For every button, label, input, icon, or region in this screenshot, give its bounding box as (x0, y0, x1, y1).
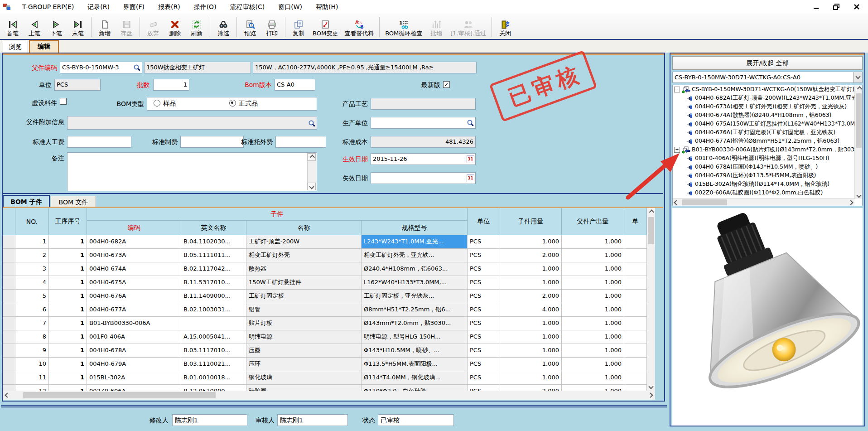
table-cell[interactable]: 004H0-673A (87, 249, 181, 262)
bom-type-option-formal[interactable]: 正式品 (229, 100, 258, 108)
table-cell[interactable]: 3 (15, 262, 49, 276)
toolbar-button-筛选[interactable]: 筛选 (213, 18, 234, 38)
table-cell[interactable]: 工矿灯固定板 (246, 290, 362, 303)
column-header-NO.[interactable]: NO. (15, 208, 49, 235)
column-header-gutter[interactable] (3, 208, 15, 235)
table-cell[interactable]: 4.000 (500, 303, 562, 317)
scroll-right-icon[interactable] (646, 391, 655, 400)
table-cell[interactable]: 1.000 (562, 385, 624, 391)
toolbar-button-复制[interactable]: 复制 (288, 18, 309, 38)
table-cell[interactable]: 015BL-302A (87, 371, 181, 385)
effective-date-field[interactable]: 2015-11-26 31 (371, 153, 476, 165)
table-cell[interactable]: 4 (15, 276, 49, 290)
table-cell[interactable]: 1 (49, 303, 87, 317)
table-cell[interactable]: A.15.0005041... (181, 330, 246, 344)
table-cell[interactable]: B.02.1117042... (181, 262, 246, 276)
menu-item-3[interactable]: 报表(R) (151, 0, 187, 14)
tab-edit[interactable]: 编辑 (29, 40, 59, 53)
table-cell[interactable]: 1.000 (562, 344, 624, 358)
table-cell[interactable]: L162*W40*H133*T3.0MM,... (362, 276, 468, 290)
expand-icon[interactable]: + (674, 147, 680, 153)
table-cell[interactable]: PCS (468, 330, 500, 344)
menu-item-5[interactable]: 流程审核(C) (223, 0, 272, 14)
table-cell[interactable]: 明纬电源，型号HLG-150H... (362, 330, 468, 344)
scroll-left-icon[interactable] (3, 391, 12, 400)
table-cell[interactable]: 004H0-682A (87, 235, 181, 249)
calendar-icon[interactable]: 31 (467, 155, 474, 163)
table-cell[interactable]: 1.000 (500, 235, 562, 249)
tree-item[interactable]: 004H0-674A(散热器)(Ø240.4*H108mm，铝6063) (673, 111, 854, 120)
virtual-part-checkbox[interactable] (60, 98, 67, 105)
table-cell[interactable]: 1.000 (500, 371, 562, 385)
table-cell[interactable]: PCS (468, 262, 500, 276)
expire-date-field[interactable]: 31 (371, 172, 476, 184)
table-cell[interactable] (624, 290, 647, 303)
table-cell[interactable]: 1 (49, 276, 87, 290)
toolbar-button-新增[interactable]: 新增 (94, 18, 115, 38)
close-button[interactable] (854, 4, 860, 10)
table-cell[interactable] (624, 358, 647, 371)
magnifier-icon[interactable] (132, 63, 141, 73)
table-cell[interactable]: PCS (468, 303, 500, 317)
table-cell[interactable]: 硅胶圈 (246, 385, 362, 391)
tree-hscrollbar[interactable] (673, 198, 854, 206)
table-cell[interactable]: 贴片灯板 (246, 317, 362, 330)
table-cell[interactable]: Φ113.5*H5MM,表面阳极... (362, 358, 468, 371)
table-cell[interactable] (3, 262, 15, 276)
table-cell[interactable]: B01-BYB00330-006A (87, 317, 181, 330)
table-cell[interactable]: L243*W243*T1.0MM.亚光... (362, 235, 468, 249)
toolbar-button-查看替代料[interactable]: AB查看替代料 (342, 18, 376, 38)
toolbar-button-下笔[interactable]: 下笔 (46, 18, 67, 38)
tree-item[interactable]: 004H0-676A(工矿灯固定板)(工矿灯固定板，亚光铁灰) (673, 128, 854, 137)
table-cell[interactable] (3, 358, 15, 371)
table-cell[interactable] (624, 235, 647, 249)
tree-item[interactable]: 015BL-302A(钢化玻璃)(Ø114*T4.0MM，钢化玻璃) (673, 180, 854, 189)
table-cell[interactable]: B.12.0510000... (181, 385, 246, 391)
tab-bom-children[interactable]: BOM 子件 (3, 195, 50, 208)
table-cell[interactable] (3, 385, 15, 391)
bom-type-option-sample[interactable]: 样品 (154, 100, 176, 108)
table-cell[interactable]: 1 (49, 317, 87, 330)
table-cell[interactable]: 1 (49, 371, 87, 385)
table-cell[interactable] (624, 317, 647, 330)
table-cell[interactable]: 1 (49, 290, 87, 303)
table-cell[interactable]: 压圈 (246, 344, 362, 358)
table-cell[interactable]: 1.000 (500, 344, 562, 358)
menu-item-2[interactable]: 界面(F) (116, 0, 151, 14)
table-cell[interactable]: Ø240.4*H108mm，铝6063... (362, 262, 468, 276)
table-cell[interactable]: 1 (49, 358, 87, 371)
table-cell[interactable] (3, 303, 15, 317)
table-cell[interactable]: 12 (15, 385, 49, 391)
column-header-工序序号[interactable]: 工序序号 (49, 208, 87, 235)
table-cell[interactable]: 1.000 (500, 317, 562, 330)
table-cell[interactable] (3, 371, 15, 385)
magnifier-icon[interactable] (466, 118, 475, 128)
table-cell[interactable]: 1.000 (562, 358, 624, 371)
table-cell[interactable]: 压环 (246, 358, 362, 371)
column-header-单位[interactable]: 单位 (468, 208, 500, 235)
parent-code-field[interactable]: CS-BYB-0-150MW-3 (60, 62, 142, 73)
table-cell[interactable]: 2 (15, 249, 49, 262)
table-cell[interactable]: 1.000 (500, 262, 562, 276)
table-cell[interactable] (624, 344, 647, 358)
column-header-子件[interactable]: 子件 (87, 208, 468, 221)
tree-item[interactable]: 004H0-673A(相变工矿灯外壳)(相变工矿灯外壳，亚光铁灰) (673, 102, 854, 111)
scroll-down-icon[interactable] (308, 183, 316, 190)
table-cell[interactable]: 明纬电源 (246, 330, 362, 344)
table-cell[interactable]: B.05.1111011... (181, 249, 246, 262)
collapse-icon[interactable]: − (674, 87, 680, 92)
table-cell[interactable] (181, 317, 246, 330)
table-cell[interactable]: 1.000 (562, 249, 624, 262)
table-cell[interactable]: B.03.1110021... (181, 358, 246, 371)
table-cell[interactable] (3, 344, 15, 358)
column-header-规格型号[interactable]: 规格型号 (362, 221, 468, 235)
tree-item[interactable]: 004H0-679A(压环)(Φ113.5*H5MM,表面阳极) (673, 171, 854, 180)
tree-item[interactable]: +B01-BYB00330-006A(贴片灯板)(Ø143mm*T2.0mm，贴… (673, 145, 854, 154)
tab-browse[interactable]: 浏览 (3, 41, 28, 53)
table-cell[interactable] (624, 371, 647, 385)
table-cell[interactable]: 1 (15, 235, 49, 249)
scroll-up-icon[interactable] (647, 208, 655, 216)
table-cell[interactable]: 004H0-677A (87, 303, 181, 317)
remark-textarea[interactable] (67, 152, 317, 191)
menu-item-6[interactable]: 窗口(W) (271, 0, 309, 14)
